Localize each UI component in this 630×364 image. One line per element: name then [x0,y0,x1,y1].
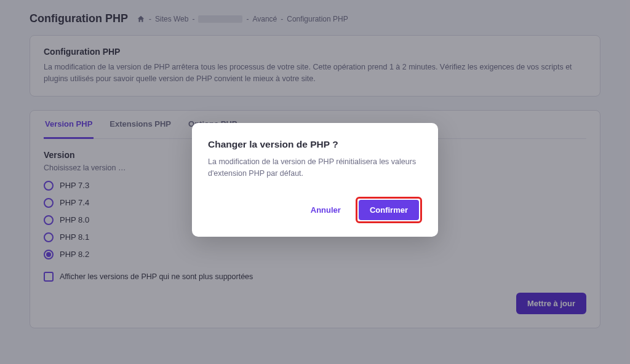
confirm-highlight: Confirmer [356,197,422,223]
modal-title: Changer la version de PHP ? [208,139,422,150]
confirm-modal: Changer la version de PHP ? La modificat… [192,123,438,237]
modal-actions: Annuler Confirmer [208,197,422,223]
cancel-button[interactable]: Annuler [305,200,347,220]
confirm-button[interactable]: Confirmer [359,200,419,220]
modal-text: La modification de la version de PHP réi… [208,156,422,180]
modal-overlay[interactable]: Changer la version de PHP ? La modificat… [0,0,630,364]
